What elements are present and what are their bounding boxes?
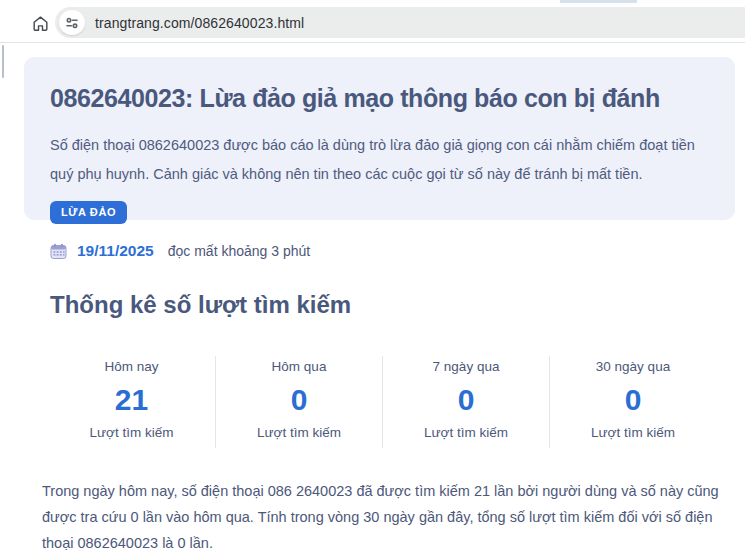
calendar-icon [50, 243, 67, 260]
stat-label: 7 ngày qua [383, 358, 549, 376]
stat-sublabel: Lượt tìm kiếm [48, 424, 215, 442]
stat-value: 21 [48, 382, 215, 418]
stat-sublabel: Lượt tìm kiếm [383, 424, 549, 442]
stats-summary-text: Trong ngày hôm nay, số điện thoại 086 26… [42, 478, 720, 550]
browser-toolbar: trangtrang.com/0862640023.html [0, 0, 745, 43]
site-info-button[interactable] [59, 10, 85, 35]
stat-label: Hôm qua [216, 358, 382, 376]
stat-yesterday: Hôm qua 0 Lượt tìm kiếm [215, 356, 382, 448]
scam-category-badge[interactable]: LỪA ĐẢO [50, 201, 127, 224]
stat-sublabel: Lượt tìm kiếm [216, 424, 382, 442]
page-title: 0862640023: Lừa đảo giả mạo thông báo co… [50, 81, 709, 115]
stat-30-days: 30 ngày qua 0 Lượt tìm kiếm [549, 356, 716, 448]
tab-edge-decoration [560, 0, 637, 3]
side-panel-edge [2, 45, 4, 78]
article-description: Số điện thoại 0862640023 được báo cáo là… [50, 131, 709, 189]
browser-window: trangtrang.com/0862640023.html 086264002… [0, 0, 745, 550]
url-text[interactable]: trangtrang.com/0862640023.html [95, 15, 304, 31]
home-button[interactable] [30, 13, 50, 33]
stat-label: 30 ngày qua [550, 358, 716, 376]
search-stats-grid: Hôm nay 21 Lượt tìm kiếm Hôm qua 0 Lượt … [48, 356, 716, 448]
publish-date: 19/11/2025 [77, 242, 154, 260]
article-meta: 19/11/2025 đọc mất khoảng 3 phút [50, 240, 745, 262]
stat-today: Hôm nay 21 Lượt tìm kiếm [48, 356, 215, 448]
stat-7-days: 7 ngày qua 0 Lượt tìm kiếm [382, 356, 549, 448]
stat-value: 0 [383, 382, 549, 418]
hero-card: 0862640023: Lừa đảo giả mạo thông báo co… [24, 57, 735, 220]
stats-heading: Thống kê số lượt tìm kiếm [50, 290, 745, 320]
stat-value: 0 [216, 382, 382, 418]
home-icon [31, 14, 50, 33]
stat-label: Hôm nay [48, 358, 215, 376]
address-bar[interactable]: trangtrang.com/0862640023.html [55, 7, 745, 38]
stat-value: 0 [550, 382, 716, 418]
read-time: đọc mất khoảng 3 phút [168, 243, 310, 259]
site-settings-icon [65, 16, 79, 30]
stat-sublabel: Lượt tìm kiếm [550, 424, 716, 442]
